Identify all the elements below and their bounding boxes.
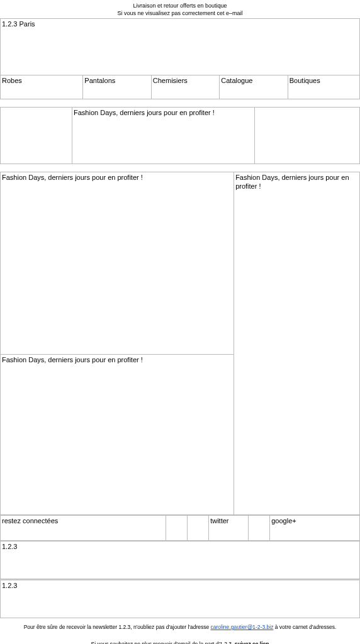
hero-right-spacer <box>255 108 360 164</box>
social-google[interactable]: google+ <box>270 516 360 541</box>
footnote-suffix: à votre carnet d'adresses. <box>273 624 336 630</box>
footnote-unsub-prefix: Si vous souhaitez ne plus recevoir d'ema… <box>91 641 235 644</box>
nav-chemisiers[interactable]: Chemisiers <box>151 75 219 99</box>
footnote-email-link[interactable]: caroline.gautier@1-2-3.biz <box>211 624 274 630</box>
footnote-addressbook: Pour être sûre de recevoir la newsletter… <box>13 623 347 632</box>
footnote-prefix: Pour être sûre de recevoir la newsletter… <box>24 624 211 630</box>
footnote-unsub: Si vous souhaitez ne plus recevoir d'ema… <box>13 640 347 644</box>
footer-brand-2[interactable]: 1.2.3 <box>1 580 360 618</box>
social-icon-1[interactable] <box>166 516 187 541</box>
grid-top-left[interactable]: Fashion Days, derniers jours pour en pro… <box>1 172 234 355</box>
social-icon-2[interactable] <box>187 516 208 541</box>
footer-brand-1[interactable]: 1.2.3 <box>1 541 360 579</box>
hero-title[interactable]: Fashion Days, derniers jours pour en pro… <box>72 108 255 164</box>
logo-cell[interactable]: 1.2.3 Paris <box>1 19 360 75</box>
preheader-line1: Livraison et retour offerts en boutique <box>0 3 360 10</box>
nav-boutiques[interactable]: Boutiques <box>288 75 359 99</box>
footnote-unsub-link[interactable]: suivez ce lien <box>235 641 269 644</box>
social-icon-3[interactable] <box>248 516 269 541</box>
hero-left-spacer <box>1 108 72 164</box>
nav-pantalons[interactable]: Pantalons <box>83 75 151 99</box>
grid-bottom-left[interactable]: Fashion Days, derniers jours pour en pro… <box>1 355 234 515</box>
preheader-line2[interactable]: Si vous ne visualisez pas correctement c… <box>0 10 360 18</box>
nav-robes[interactable]: Robes <box>1 75 83 99</box>
social-twitter[interactable]: twitter <box>209 516 249 541</box>
nav-catalogue[interactable]: Catalogue <box>220 75 288 99</box>
social-label: restez connectées <box>1 516 166 541</box>
grid-right[interactable]: Fashion Days, derniers jours pour en pro… <box>234 172 360 515</box>
